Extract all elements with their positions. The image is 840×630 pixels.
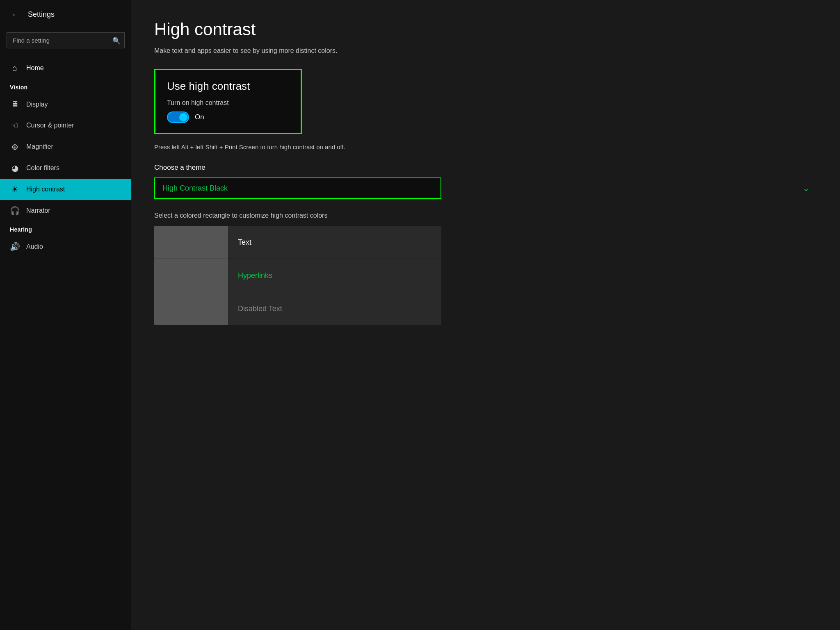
sidebar-display-label: Display xyxy=(26,101,48,108)
color-row-hyperlinks: Hyperlinks xyxy=(154,259,441,292)
toggle-state-text: On xyxy=(195,113,204,121)
color-boxes: Text Hyperlinks Disabled Text xyxy=(154,226,441,325)
magnifier-icon: ⊕ xyxy=(10,142,20,152)
toggle-thumb xyxy=(179,113,187,121)
disabled-color-swatch[interactable] xyxy=(154,292,228,325)
display-icon: 🖥 xyxy=(10,100,20,109)
toggle-row: On xyxy=(167,111,289,123)
sidebar-item-narrator[interactable]: 🎧 Narrator xyxy=(0,200,131,221)
color-row-disabled: Disabled Text xyxy=(154,292,441,325)
theme-select[interactable]: High Contrast BlackHigh Contrast WhiteHi… xyxy=(154,177,441,199)
main-content: High contrast Make text and apps easier … xyxy=(131,0,840,630)
search-input[interactable] xyxy=(7,32,125,48)
search-icon: 🔍 xyxy=(112,37,121,44)
theme-select-wrapper: High Contrast BlackHigh Contrast WhiteHi… xyxy=(154,177,817,199)
high-contrast-icon: ☀ xyxy=(10,184,20,194)
use-high-contrast-box: Use high contrast Turn on high contrast … xyxy=(154,69,302,134)
search-icon-button[interactable]: 🔍 xyxy=(112,36,121,44)
sidebar-home-label: Home xyxy=(26,64,44,72)
toggle-label: Turn on high contrast xyxy=(167,99,289,107)
hyperlinks-color-label: Hyperlinks xyxy=(228,259,441,292)
sidebar-color-filters-label: Color filters xyxy=(26,164,59,172)
back-arrow-icon: ← xyxy=(11,10,20,19)
sidebar-header: ← Settings xyxy=(0,0,131,29)
narrator-icon: 🎧 xyxy=(10,206,20,216)
high-contrast-toggle[interactable] xyxy=(167,111,189,123)
hyperlinks-color-swatch[interactable] xyxy=(154,259,228,292)
sidebar-section-hearing: Hearing xyxy=(0,221,131,236)
home-icon: ⌂ xyxy=(10,63,20,73)
color-row-text: Text xyxy=(154,226,441,259)
sidebar-audio-label: Audio xyxy=(26,243,43,250)
sidebar-high-contrast-label: High contrast xyxy=(26,186,65,193)
sidebar-item-cursor[interactable]: ☜ Cursor & pointer xyxy=(0,115,131,136)
shortcut-text: Press left Alt + left Shift + Print Scre… xyxy=(154,142,441,152)
chevron-down-icon: ⌄ xyxy=(803,183,810,193)
sidebar-app-title: Settings xyxy=(28,10,55,19)
text-color-swatch[interactable] xyxy=(154,226,228,259)
back-button[interactable]: ← xyxy=(10,8,21,21)
sidebar-item-color-filters[interactable]: ◕ Color filters xyxy=(0,157,131,179)
sidebar-item-audio[interactable]: 🔊 Audio xyxy=(0,236,131,257)
choose-theme-label: Choose a theme xyxy=(154,164,817,172)
sidebar: ← Settings 🔍 ⌂ Home Vision 🖥 Display ☜ C… xyxy=(0,0,131,630)
cursor-icon: ☜ xyxy=(10,121,20,130)
page-subtitle: Make text and apps easier to see by usin… xyxy=(154,46,817,56)
sidebar-item-high-contrast[interactable]: ☀ High contrast xyxy=(0,179,131,200)
sidebar-item-magnifier[interactable]: ⊕ Magnifier xyxy=(0,136,131,157)
sidebar-cursor-label: Cursor & pointer xyxy=(26,122,74,129)
sidebar-item-home[interactable]: ⌂ Home xyxy=(0,57,131,79)
sidebar-item-display[interactable]: 🖥 Display xyxy=(0,94,131,115)
search-box: 🔍 xyxy=(7,32,125,48)
customize-label: Select a colored rectangle to customize … xyxy=(154,212,817,219)
sidebar-narrator-label: Narrator xyxy=(26,207,50,214)
color-filters-icon: ◕ xyxy=(10,163,20,173)
use-hc-title: Use high contrast xyxy=(167,80,289,93)
page-title: High contrast xyxy=(154,20,817,39)
disabled-color-label: Disabled Text xyxy=(228,292,441,325)
sidebar-magnifier-label: Magnifier xyxy=(26,143,53,150)
text-color-label: Text xyxy=(228,226,441,259)
sidebar-section-vision: Vision xyxy=(0,79,131,94)
audio-icon: 🔊 xyxy=(10,242,20,252)
